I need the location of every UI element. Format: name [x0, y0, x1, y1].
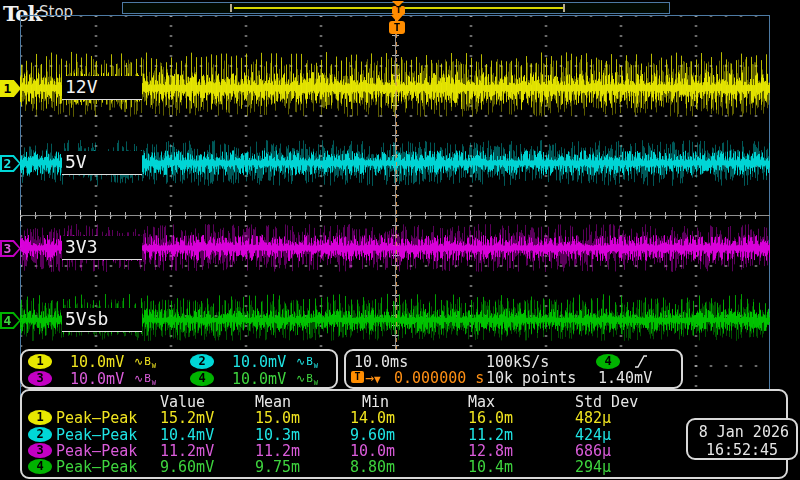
- measurement-panel: Value Mean Min Max Std Dev 1 Peak–Peak 1…: [20, 389, 788, 479]
- bandwidth-icon: BW: [306, 355, 319, 368]
- record-view-bar[interactable]: T: [122, 2, 670, 14]
- date-readout: 8 Jan 2026: [688, 423, 796, 441]
- channel-2-coupling-bw-icons: ∿BW: [296, 355, 319, 370]
- channel-1-coupling-bw-icons: ∿BW: [134, 355, 157, 370]
- trigger-arrow-icons: →▼: [365, 370, 381, 388]
- channel-scale-panel[interactable]: 1 10.0mV ∿BW 2 10.0mV ∿BW 3 10.0mV ∿BW 4…: [20, 349, 338, 389]
- meas-row1-min: 14.0m: [350, 410, 395, 426]
- channel-4-coupling-bw-icons: ∿BW: [296, 372, 319, 387]
- col-header-mean: Mean: [255, 394, 291, 410]
- waveform-label-ch3: 3V3: [62, 236, 142, 260]
- meas-row4-min: 8.80m: [350, 459, 395, 475]
- trigger-position-value: 0.000000 s: [394, 370, 484, 386]
- ac-coupling-icon: ∿: [134, 372, 144, 385]
- channel-3-marker-digit: 3: [0, 240, 15, 257]
- sample-rate: 100kS/s: [486, 354, 549, 370]
- meas-row2-max: 11.2m: [468, 427, 513, 443]
- bandwidth-icon: BW: [144, 355, 157, 368]
- meas-row3-badge: 3: [28, 443, 52, 458]
- window-bracket-left: [230, 4, 232, 12]
- meas-row1-name: Peak–Peak: [56, 410, 137, 426]
- meas-row2-name: Peak–Peak: [56, 427, 137, 443]
- meas-row2-min: 9.60m: [350, 427, 395, 443]
- col-header-min: Min: [362, 394, 389, 410]
- waveform-label-ch4: 5Vsb: [62, 308, 142, 332]
- trigger-position-mini-icon[interactable]: T: [392, 6, 405, 15]
- channel-2-marker-digit: 2: [0, 155, 15, 172]
- col-header-value: Value: [160, 394, 205, 410]
- meas-row4-badge: 4: [28, 459, 52, 474]
- channel-4-marker-digit: 4: [0, 312, 15, 329]
- channel-3-scale: 10.0mV: [70, 371, 124, 387]
- channel-1-scale: 10.0mV: [70, 354, 124, 370]
- oscilloscope-screen: Tek Stop T T 1 2 3 4 12V 5V 3V3 5Vsb 1 1: [0, 0, 800, 480]
- meas-row2-value: 10.4mV: [160, 427, 214, 443]
- trigger-position-readout-icon: T: [351, 371, 364, 383]
- meas-row1-mean: 15.0m: [255, 410, 300, 426]
- channel-3-badge[interactable]: 3: [28, 371, 52, 386]
- meas-row1-stddev: 482µ: [575, 410, 611, 426]
- trigger-level: 1.40mV: [598, 370, 652, 386]
- meas-row3-stddev: 686µ: [575, 443, 611, 459]
- channel-4-badge[interactable]: 4: [190, 371, 214, 386]
- meas-row3-value: 11.2mV: [160, 443, 214, 459]
- channel-2-badge[interactable]: 2: [190, 354, 214, 369]
- record-length: 10k points: [486, 370, 576, 386]
- channel-1-badge[interactable]: 1: [28, 354, 52, 369]
- channel-4-scale: 10.0mV: [232, 371, 286, 387]
- datetime-panel: 8 Jan 2026 16:52:45: [686, 418, 798, 460]
- channel-1-marker[interactable]: 1: [0, 80, 21, 97]
- trigger-source-badge[interactable]: 4: [596, 354, 620, 369]
- meas-row2-mean: 10.3m: [255, 427, 300, 443]
- channel-1-marker-digit: 1: [0, 80, 15, 97]
- rising-edge-icon: [632, 353, 649, 370]
- horizontal-trigger-panel[interactable]: 10.0ms 100kS/s 4 T →▼ 0.000000 s 10k poi…: [344, 349, 683, 389]
- meas-row2-badge: 2: [28, 427, 52, 442]
- bandwidth-icon: BW: [144, 372, 157, 385]
- meas-row2-stddev: 424µ: [575, 427, 611, 443]
- meas-row4-name: Peak–Peak: [56, 459, 137, 475]
- channel-3-marker[interactable]: 3: [0, 240, 21, 257]
- channel-2-marker[interactable]: 2: [0, 155, 21, 172]
- time-readout: 16:52:45: [688, 441, 796, 459]
- meas-row3-max: 12.8m: [468, 443, 513, 459]
- window-bracket-right: [563, 4, 565, 12]
- meas-row3-min: 10.0m: [350, 443, 395, 459]
- meas-row3-name: Peak–Peak: [56, 443, 137, 459]
- ac-coupling-icon: ∿: [296, 372, 306, 385]
- meas-row4-max: 10.4m: [468, 459, 513, 475]
- meas-row4-mean: 9.75m: [255, 459, 300, 475]
- channel-4-marker[interactable]: 4: [0, 312, 21, 329]
- bandwidth-icon: BW: [306, 372, 319, 385]
- trigger-flag-icon[interactable]: T: [389, 21, 405, 34]
- col-header-max: Max: [468, 394, 495, 410]
- channel-2-scale: 10.0mV: [232, 354, 286, 370]
- meas-row1-badge: 1: [28, 410, 52, 425]
- meas-row4-stddev: 294µ: [575, 459, 611, 475]
- meas-row4-value: 9.60mV: [160, 459, 214, 475]
- channel-3-coupling-bw-icons: ∿BW: [134, 372, 157, 387]
- col-header-stddev: Std Dev: [575, 394, 638, 410]
- meas-row1-value: 15.2mV: [160, 410, 214, 426]
- meas-row1-max: 16.0m: [468, 410, 513, 426]
- waveform-label-ch2: 5V: [62, 151, 142, 175]
- ac-coupling-icon: ∿: [134, 355, 144, 368]
- meas-row3-mean: 11.2m: [255, 443, 300, 459]
- waveform-label-ch1: 12V: [62, 76, 142, 100]
- horizontal-scale: 10.0ms: [354, 354, 408, 370]
- ac-coupling-icon: ∿: [296, 355, 306, 368]
